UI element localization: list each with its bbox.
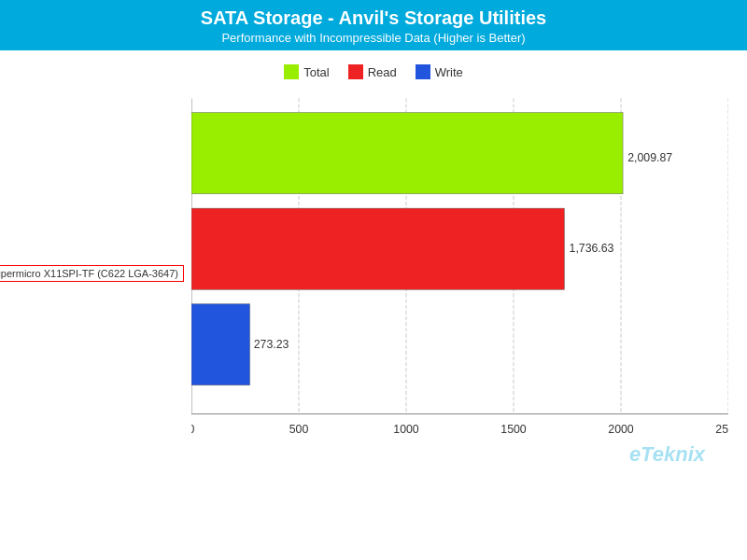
bar-total-label: 2,009.87: [627, 151, 672, 164]
legend-label-write: Write: [435, 65, 463, 79]
bar-chart-svg: 2,009.87 1,736.63 273.23 0 500 1000 1500…: [191, 89, 728, 471]
chart-container: Supermicro X11SPI-TF (C622 LGA-3647): [19, 89, 728, 499]
svg-text:500: 500: [289, 423, 309, 436]
chart-area: Total Read Write Supermicro X11SPI-TF (C…: [0, 50, 747, 554]
bar-read-label: 1,736.63: [570, 242, 614, 255]
plot-area: 2,009.87 1,736.63 273.23 0 500 1000 1500…: [191, 89, 728, 499]
legend-color-write: [416, 64, 430, 79]
legend-label-read: Read: [368, 65, 397, 79]
legend-label-total: Total: [303, 65, 329, 79]
y-axis-area: Supermicro X11SPI-TF (C622 LGA-3647): [19, 89, 191, 499]
legend-color-total: [284, 64, 299, 79]
legend-item-total: Total: [284, 64, 329, 79]
legend-item-read: Read: [348, 64, 397, 79]
legend-item-write: Write: [416, 64, 463, 79]
legend-color-read: [348, 64, 363, 79]
svg-text:2500: 2500: [715, 423, 728, 436]
bar-read: [191, 208, 564, 289]
header: SATA Storage - Anvil's Storage Utilities…: [0, 0, 747, 50]
bar-write-label: 273.23: [254, 338, 289, 351]
svg-text:2000: 2000: [608, 423, 634, 436]
chart-title: SATA Storage - Anvil's Storage Utilities: [0, 7, 747, 29]
y-axis-label: Supermicro X11SPI-TF (C622 LGA-3647): [0, 265, 184, 282]
bar-total: [191, 113, 623, 194]
bar-write: [191, 304, 250, 385]
svg-text:1500: 1500: [500, 423, 527, 436]
svg-text:1000: 1000: [393, 423, 419, 436]
chart-subtitle: Performance with Incompressible Data (Hi…: [0, 31, 747, 45]
svg-text:0: 0: [191, 423, 195, 436]
legend: Total Read Write: [19, 64, 728, 79]
